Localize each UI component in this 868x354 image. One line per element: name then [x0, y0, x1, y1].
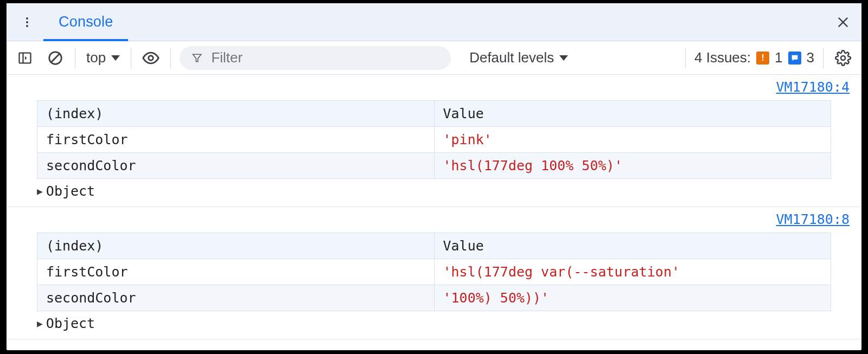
- context-label: top: [86, 49, 106, 66]
- filter-input-wrapper[interactable]: [180, 46, 451, 70]
- console-toolbar: top Default levels 4 Issues: ! 1 3: [7, 41, 861, 75]
- chevron-down-icon: [559, 55, 568, 61]
- console-log-entry: VM17180:8 (index) Value firstColor 'hsl(…: [7, 207, 861, 339]
- filter-icon: [192, 52, 202, 64]
- object-expander[interactable]: ▶ Object: [37, 183, 831, 199]
- live-expression-icon[interactable]: [140, 47, 162, 69]
- warn-count: 1: [775, 49, 782, 66]
- cell-value: '100%) 50%))': [434, 285, 831, 311]
- console-output: VM17180:4 (index) Value firstColor 'pink…: [7, 75, 861, 339]
- toolbar-separator: [685, 48, 686, 68]
- execution-context-selector[interactable]: top: [84, 49, 122, 66]
- toolbar-separator: [131, 48, 131, 68]
- toggle-drawer-icon[interactable]: [14, 47, 36, 69]
- info-count: 3: [807, 49, 814, 66]
- warning-badge-icon: !: [756, 52, 769, 65]
- cell-key: secondColor: [37, 153, 435, 179]
- triangle-right-icon: ▶: [37, 318, 43, 329]
- issues-label: 4 Issues:: [694, 49, 751, 66]
- issues-counter[interactable]: 4 Issues: ! 1 3: [694, 49, 814, 66]
- cell-value: 'hsl(177deg 100% 50%)': [434, 153, 831, 179]
- object-label: Object: [46, 183, 95, 199]
- console-table: (index) Value firstColor 'pink' secondCo…: [37, 100, 831, 179]
- svg-point-9: [149, 55, 154, 60]
- clear-console-icon[interactable]: [44, 47, 66, 69]
- svg-line-8: [52, 54, 60, 62]
- filter-input[interactable]: [211, 49, 439, 66]
- table-row[interactable]: secondColor '100%) 50%))': [37, 285, 831, 311]
- table-header-value[interactable]: Value: [434, 233, 831, 259]
- tab-console[interactable]: Console: [43, 3, 128, 41]
- cell-value: 'hsl(177deg var(--saturation': [434, 259, 831, 285]
- settings-icon[interactable]: [832, 47, 854, 69]
- table-header-index[interactable]: (index): [37, 101, 435, 127]
- object-expander[interactable]: ▶ Object: [37, 316, 831, 331]
- table-row[interactable]: firstColor 'hsl(177deg var(--saturation': [37, 259, 831, 285]
- levels-label: Default levels: [469, 49, 554, 66]
- table-row[interactable]: secondColor 'hsl(177deg 100% 50%)': [37, 153, 831, 179]
- tab-bar: Console: [7, 3, 861, 41]
- cell-value: 'pink': [434, 127, 831, 153]
- table-header-index[interactable]: (index): [37, 233, 435, 259]
- source-link[interactable]: VM17180:8: [776, 211, 850, 227]
- log-level-selector[interactable]: Default levels: [469, 49, 568, 66]
- console-log-entry: VM17180:4 (index) Value firstColor 'pink…: [7, 75, 861, 207]
- svg-point-0: [26, 17, 28, 20]
- close-icon[interactable]: [831, 10, 855, 34]
- cell-key: secondColor: [37, 285, 435, 311]
- cell-key: firstColor: [37, 259, 435, 285]
- toolbar-separator: [823, 48, 824, 68]
- toolbar-separator: [170, 48, 171, 68]
- chevron-down-icon: [111, 55, 120, 61]
- more-options-icon[interactable]: [14, 9, 40, 35]
- table-header-value[interactable]: Value: [434, 101, 831, 127]
- svg-marker-10: [193, 54, 201, 62]
- object-label: Object: [46, 316, 95, 331]
- svg-point-11: [841, 56, 845, 60]
- svg-point-1: [26, 21, 28, 23]
- devtools-frame: Console top Default levels: [7, 3, 861, 350]
- cell-key: firstColor: [37, 127, 435, 153]
- console-table: (index) Value firstColor 'hsl(177deg var…: [37, 233, 831, 311]
- svg-point-2: [26, 25, 28, 27]
- info-badge-icon: [788, 52, 801, 65]
- toolbar-separator: [75, 48, 75, 68]
- triangle-right-icon: ▶: [37, 185, 43, 197]
- source-link[interactable]: VM17180:4: [776, 79, 850, 95]
- table-row[interactable]: firstColor 'pink': [37, 127, 831, 153]
